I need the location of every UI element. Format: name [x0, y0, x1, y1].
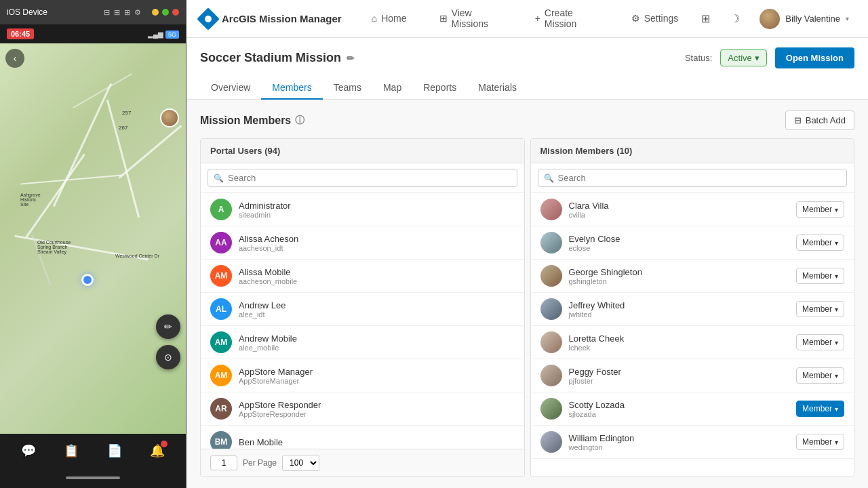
qr-code-button[interactable]: ⊞	[694, 8, 716, 30]
ios-toolbar: 💬 📋 📄 🔔	[0, 434, 186, 468]
map-location-dot	[81, 274, 94, 286]
portal-search-input[interactable]	[228, 173, 511, 183]
user-item-administrator[interactable]: A Administrator siteadmin	[201, 193, 524, 226]
user-item-andrew-lee[interactable]: AL Andrew Lee alee_idt	[201, 293, 524, 326]
toolbar-clipboard-icon[interactable]: 📋	[64, 443, 79, 458]
minimize-btn[interactable]	[152, 9, 159, 16]
member-info-jeffrey-whited: Jeffrey Whited jwhited	[569, 300, 789, 319]
mission-search-input[interactable]	[558, 173, 842, 183]
tab-overview[interactable]: Overview	[200, 77, 261, 100]
member-info-clara-villa: Clara Villa cvilla	[569, 201, 789, 219]
member-item-evelyn-close[interactable]: Evelyn Close eclose Member ▾	[531, 226, 854, 260]
user-item-appstore-responder[interactable]: AR AppStore Responder AppStoreResponder	[201, 392, 524, 426]
tab-members[interactable]: Members	[261, 77, 322, 100]
member-role-label-evelyn-close: Member	[802, 238, 832, 247]
avatar-peggy-foster	[540, 365, 562, 386]
map-label-257: 257	[122, 110, 131, 116]
per-page-select[interactable]: 100 50 25	[282, 455, 319, 471]
toolbar-bell-icon[interactable]: 🔔	[150, 443, 165, 458]
batch-add-button[interactable]: ⊟ Batch Add	[785, 110, 854, 130]
member-item-scotty-lozada[interactable]: Scotty Lozada sjlozada Member ▾	[531, 392, 854, 426]
user-avatar-andrew-lee: AL	[210, 298, 232, 320]
ios-device-panel: iOS Device ⊟ ⊞ ⊞ ⚙ 06:45 ▂▄▆ 5G	[0, 0, 186, 488]
portal-page-input[interactable]	[210, 455, 237, 470]
toolbar-doc-icon[interactable]: 📄	[107, 443, 122, 458]
open-mission-button[interactable]: Open Mission	[775, 47, 854, 68]
nav-create-mission[interactable]: + Create Mission	[519, 0, 615, 38]
member-name-scotty-lozada: Scotty Lozada	[569, 400, 789, 410]
tab-teams[interactable]: Teams	[323, 77, 372, 100]
member-item-jeffrey-whited[interactable]: Jeffrey Whited jwhited Member ▾	[531, 293, 854, 326]
member-role-clara-villa[interactable]: Member ▾	[796, 201, 844, 218]
member-item-william-edington[interactable]: William Edington wedington Member ▾	[531, 426, 854, 459]
status-label: Status:	[685, 53, 712, 63]
member-username-scotty-lozada: sjlozada	[569, 410, 789, 418]
user-avatar-alissa-mobile: AM	[210, 265, 232, 287]
member-role-peggy-foster[interactable]: Member ▾	[796, 367, 844, 384]
user-avatar-andrew-mobile: AM	[210, 331, 232, 353]
member-role-william-edington[interactable]: Member ▾	[796, 434, 844, 450]
user-info-alissa-acheson: Alissa Acheson aacheson_idt	[239, 234, 515, 252]
user-info-andrew-mobile: Andrew Mobile alee_mobile	[239, 333, 515, 352]
ios-icon-3: ⊞	[124, 8, 130, 17]
tab-map[interactable]: Map	[372, 77, 412, 100]
mission-edit-icon[interactable]: ✏	[347, 53, 355, 64]
user-item-alissa-mobile[interactable]: AM Alissa Mobile aacheson_mobile	[201, 260, 524, 293]
member-item-peggy-foster[interactable]: Peggy Foster pjfoster Member ▾	[531, 359, 854, 392]
user-item-andrew-mobile[interactable]: AM Andrew Mobile alee_mobile	[201, 326, 524, 359]
member-role-evelyn-close[interactable]: Member ▾	[796, 235, 844, 251]
user-avatar-administrator: A	[210, 199, 232, 220]
user-name-andrew-mobile: Andrew Mobile	[239, 333, 515, 344]
member-info-peggy-foster: Peggy Foster pjfoster	[569, 367, 789, 385]
user-avatar	[760, 9, 780, 29]
user-username-appstore-responder: AppStoreResponder	[239, 410, 515, 418]
status-dropdown[interactable]: Active ▾	[720, 49, 766, 66]
close-btn[interactable]	[172, 9, 179, 16]
batch-add-label: Batch Add	[806, 115, 846, 125]
member-name-william-edington: William Edington	[569, 433, 789, 443]
user-info-administrator: Administrator siteadmin	[239, 201, 515, 219]
user-item-ben-mobile[interactable]: BM Ben Mobile	[201, 426, 524, 449]
nav-home[interactable]: ⌂ Home	[355, 0, 423, 38]
maximize-btn[interactable]	[162, 9, 169, 16]
map-back-button[interactable]: ‹	[5, 49, 24, 68]
user-name-administrator: Administrator	[239, 201, 515, 211]
mission-header: Soccer Stadium Mission ✏ Status: Active …	[186, 38, 868, 100]
member-role-label-william-edington: Member	[802, 437, 832, 447]
user-profile[interactable]: Billy Valentine ▾	[754, 6, 854, 32]
avatar-george-shingleton	[540, 265, 562, 287]
member-role-chevron-peggy-foster: ▾	[835, 372, 838, 380]
member-role-chevron-scotty-lozada: ▾	[835, 405, 838, 413]
map-edit-button[interactable]: ✏	[156, 314, 180, 339]
member-role-george-shingleton[interactable]: Member ▾	[796, 268, 844, 284]
member-item-clara-villa[interactable]: Clara Villa cvilla Member ▾	[531, 193, 854, 226]
user-info-appstore-manager: AppStore Manager AppStoreManager	[239, 367, 515, 385]
portal-users-header: Portal Users (94)	[201, 139, 524, 163]
member-role-chevron-george-shingleton: ▾	[835, 272, 838, 280]
member-role-jeffrey-whited[interactable]: Member ▾	[796, 301, 844, 317]
member-role-loretta-cheek[interactable]: Member ▾	[796, 334, 844, 350]
toolbar-chat-icon[interactable]: 💬	[21, 443, 36, 458]
main-app: ArcGIS Mission Manager ⌂ Home ⊞ View Mis…	[186, 0, 868, 488]
user-item-appstore-manager[interactable]: AM AppStore Manager AppStoreManager	[201, 359, 524, 392]
user-item-alissa-acheson[interactable]: AA Alissa Acheson aacheson_idt	[201, 226, 524, 260]
status-chevron-icon: ▾	[755, 53, 760, 63]
member-username-evelyn-close: eclose	[569, 244, 789, 252]
member-role-label-loretta-cheek: Member	[802, 338, 832, 347]
nav-settings[interactable]: ⚙ Settings	[615, 0, 695, 38]
member-role-scotty-lozada[interactable]: Member ▾	[796, 401, 844, 417]
nav-view-missions[interactable]: ⊞ View Missions	[423, 0, 519, 38]
map-location-button[interactable]: ⊙	[156, 345, 180, 369]
member-role-label-peggy-foster: Member	[802, 371, 832, 380]
ios-device-title: iOS Device	[7, 7, 98, 17]
ios-icon-1: ⊟	[104, 8, 110, 17]
member-name-jeffrey-whited: Jeffrey Whited	[569, 300, 789, 310]
ios-time: 06:45	[7, 28, 34, 39]
tab-reports[interactable]: Reports	[412, 77, 467, 100]
tab-materials[interactable]: Materials	[467, 77, 528, 100]
member-item-george-shingleton[interactable]: George Shingleton gshingleton Member ▾	[531, 260, 854, 293]
home-icon: ⌂	[372, 13, 377, 24]
member-item-loretta-cheek[interactable]: Loretta Cheek lcheek Member ▾	[531, 326, 854, 359]
member-username-loretta-cheek: lcheek	[569, 344, 789, 352]
dark-mode-button[interactable]: ☽	[724, 8, 746, 30]
